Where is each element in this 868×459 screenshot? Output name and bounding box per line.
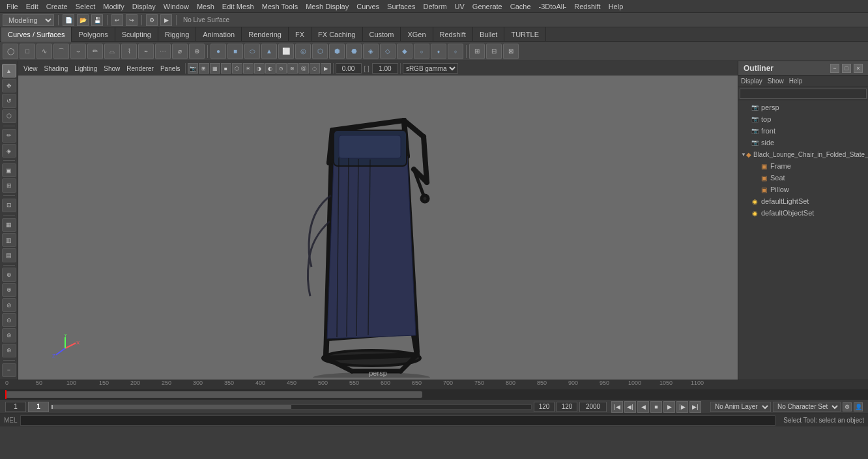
tree-item-objectset[interactable]: ◉ defaultObjectSet: [738, 207, 868, 219]
shelf-sphere[interactable]: ●: [210, 44, 226, 59]
shelf-circle[interactable]: ◯: [3, 44, 18, 59]
shelf-tool9[interactable]: ⌁: [138, 44, 154, 59]
shelf-snap2[interactable]: ⊟: [486, 44, 502, 59]
shelf-plane[interactable]: ⬜: [278, 44, 294, 59]
step-fwd-btn[interactable]: |▶: [676, 401, 688, 413]
step-back-btn[interactable]: ◀|: [624, 401, 636, 413]
timeline-track[interactable]: [0, 390, 868, 399]
extra-btn5[interactable]: ⊚: [2, 328, 16, 342]
menu-edit[interactable]: Edit: [22, 1, 42, 12]
menu-redshift[interactable]: Redshift: [570, 1, 604, 12]
extra-btn4[interactable]: ⊙: [2, 313, 16, 327]
paint-tool-btn[interactable]: ◈: [2, 144, 16, 158]
shelf-cv-curve[interactable]: ∿: [36, 44, 52, 59]
undo-btn[interactable]: ↩: [111, 14, 123, 26]
rotate-tool-btn[interactable]: ↺: [2, 94, 16, 107]
shelf-snap3[interactable]: ⊠: [503, 44, 519, 59]
shelf-torus[interactable]: ◎: [295, 44, 311, 59]
menu-deform[interactable]: Deform: [419, 1, 450, 12]
vp-play-icon[interactable]: ▶: [321, 63, 331, 74]
shelf-ep-curve[interactable]: ⌒: [53, 44, 69, 59]
play-back-btn[interactable]: ◀: [637, 401, 649, 413]
menu-3dtall[interactable]: -3DtoAll-: [535, 1, 571, 12]
shelf-surface8[interactable]: ⬣: [346, 44, 362, 59]
vp-value1-input[interactable]: 0.00: [336, 63, 362, 74]
vp-renderer-btn[interactable]: Renderer: [124, 64, 156, 73]
minus-btn[interactable]: −: [2, 363, 16, 377]
outliner-maximize-btn[interactable]: □: [842, 64, 851, 73]
menu-cache[interactable]: Cache: [506, 1, 535, 12]
vp-view-btn[interactable]: View: [21, 64, 40, 73]
shelf-tool10[interactable]: ⋯: [155, 44, 171, 59]
tab-fx[interactable]: FX: [289, 27, 311, 42]
tab-rigging[interactable]: Rigging: [158, 27, 196, 42]
menu-uv[interactable]: UV: [451, 1, 469, 12]
start-frame-input[interactable]: [5, 402, 26, 412]
menu-curves[interactable]: Curves: [353, 1, 383, 12]
shelf-tool8[interactable]: ⌇: [121, 44, 137, 59]
outliner-search-input[interactable]: [740, 89, 867, 99]
tab-turtle[interactable]: TURTLE: [504, 27, 546, 42]
shelf-tool11[interactable]: ⌀: [172, 44, 188, 59]
vp-panels-btn[interactable]: Panels: [158, 64, 183, 73]
menu-file[interactable]: File: [3, 1, 22, 12]
tree-item-lightset[interactable]: ◉ defaultLightSet: [738, 195, 868, 207]
mel-input[interactable]: [20, 415, 776, 426]
tree-item-side[interactable]: 📷 side: [738, 137, 868, 148]
vp-value2-input[interactable]: 1.00: [372, 63, 398, 74]
tab-bullet[interactable]: Bullet: [473, 27, 505, 42]
vp-shading-btn[interactable]: Shading: [42, 64, 71, 73]
extra-btn3[interactable]: ⊘: [2, 298, 16, 312]
vp-aa-icon[interactable]: ⓐ: [298, 63, 309, 74]
tree-item-frame[interactable]: ▣ Frame: [738, 160, 868, 172]
tree-item-front[interactable]: 📷 front: [738, 125, 868, 137]
tab-redshift[interactable]: Redshift: [433, 27, 473, 42]
end-frame-range-input[interactable]: [534, 402, 555, 412]
vp-grid-icon[interactable]: ⊞: [199, 63, 209, 74]
end-frame-input[interactable]: [557, 402, 577, 412]
color-space-select[interactable]: sRGB gamma: [403, 63, 458, 74]
char-btn[interactable]: 👤: [854, 402, 863, 411]
vp-mblur-icon[interactable]: ≋: [287, 63, 298, 74]
menu-display[interactable]: Display: [128, 1, 160, 12]
outliner-minimize-btn[interactable]: −: [830, 64, 839, 73]
move-tool-btn[interactable]: ✥: [2, 79, 16, 92]
playback-range-bar[interactable]: [51, 404, 532, 410]
menu-mesh-display[interactable]: Mesh Display: [302, 1, 353, 12]
shelf-cylinder[interactable]: ⬭: [244, 44, 260, 59]
menu-modify[interactable]: Modify: [99, 1, 128, 12]
jump-end-btn[interactable]: ▶|: [689, 401, 701, 413]
menu-mesh[interactable]: Mesh: [193, 1, 218, 12]
outliner-close-btn[interactable]: ×: [854, 64, 863, 73]
mode-selector[interactable]: Modeling Rigging Animation: [3, 14, 54, 26]
vp-lighting-btn[interactable]: Lighting: [72, 64, 100, 73]
speed-input[interactable]: [579, 402, 607, 412]
shelf-surface11[interactable]: ◆: [397, 44, 412, 59]
lasso-tool-btn[interactable]: ✏: [2, 129, 16, 143]
snap-btn[interactable]: ⊞: [2, 178, 16, 192]
new-scene-btn[interactable]: 📄: [63, 14, 74, 26]
stop-btn[interactable]: ■: [650, 401, 662, 413]
chair-3d-view[interactable]: [18, 76, 738, 367]
vp-shaded-icon[interactable]: ■: [221, 63, 231, 74]
outliner-menu-show[interactable]: Show: [768, 77, 784, 85]
tab-polygons[interactable]: Polygons: [72, 27, 115, 42]
menu-create[interactable]: Create: [42, 1, 72, 12]
outliner-menu-help[interactable]: Help: [789, 77, 803, 85]
redo-btn[interactable]: ↪: [126, 14, 137, 26]
shelf-cube[interactable]: ■: [227, 44, 243, 59]
save-btn[interactable]: 💾: [91, 14, 103, 26]
wire-btn[interactable]: ▥: [2, 233, 16, 247]
shelf-square[interactable]: □: [20, 44, 35, 59]
vp-shadow-icon[interactable]: ◑: [254, 63, 265, 74]
tab-animation[interactable]: Animation: [196, 27, 242, 42]
anim-layer-select[interactable]: No Anim Layer: [710, 402, 771, 412]
tab-custom[interactable]: Custom: [363, 27, 401, 42]
tree-item-top[interactable]: 📷 top: [738, 113, 868, 125]
tab-curves-surfaces[interactable]: Curves / Surfaces: [1, 27, 72, 42]
tree-item-seat[interactable]: ▣ Seat: [738, 172, 868, 184]
menu-mesh-tools[interactable]: Mesh Tools: [258, 1, 302, 12]
timeline-ruler[interactable]: 0 50 100 150 200 250 300 350 400 450 500…: [0, 380, 868, 390]
shelf-pencil[interactable]: ✏: [87, 44, 103, 59]
shelf-surface10[interactable]: ◇: [380, 44, 396, 59]
